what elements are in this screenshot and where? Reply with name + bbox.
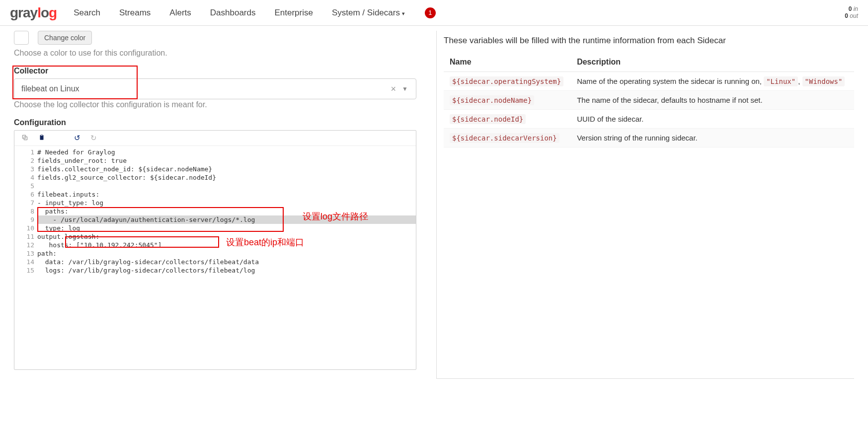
config-section: Configuration ↺ ↻ 123456789101112131415 xyxy=(14,118,416,370)
color-help: Choose a color to use for this configura… xyxy=(14,49,416,58)
throughput-out-lbl: out xyxy=(850,12,858,19)
var-desc-text: Name of the operating system the sidecar… xyxy=(577,77,764,85)
logo-l: l xyxy=(37,5,41,21)
nav-system[interactable]: System / Sidecars▾ xyxy=(332,8,405,18)
nav-enterprise[interactable]: Enterprise xyxy=(274,8,313,18)
clear-icon[interactable]: × xyxy=(388,84,399,94)
var-desc: The name of the sidecar, defaults to hos… xyxy=(571,91,854,110)
dropdown-icon[interactable]: ▼ xyxy=(399,85,411,92)
logo[interactable]: graylog xyxy=(10,5,57,21)
paste-icon[interactable] xyxy=(38,134,45,142)
var-col-name: Name xyxy=(444,53,571,72)
svg-rect-3 xyxy=(41,135,43,136)
color-section: Change color Choose a color to use for t… xyxy=(14,31,416,58)
var-desc: Version string of the running sidecar. xyxy=(571,129,854,147)
var-name: ${sidecar.nodeId} xyxy=(450,114,526,124)
nav-links: Search Streams Alerts Dashboards Enterpr… xyxy=(74,8,405,18)
var-desc: UUID of the sidecar. xyxy=(571,110,854,129)
var-name: ${sidecar.nodeName} xyxy=(450,95,534,105)
throughput-out-val: 0 xyxy=(845,12,848,19)
table-row: ${sidecar.operatingSystem} Name of the o… xyxy=(444,72,854,91)
var-desc-sep: , xyxy=(798,77,802,85)
logo-gray: gray xyxy=(10,5,37,21)
editor-gutter: 123456789101112131415 xyxy=(14,146,37,369)
logo-g: g xyxy=(49,5,57,21)
top-nav: graylog Search Streams Alerts Dashboards… xyxy=(0,0,868,26)
throughput-indicator: 0 in 0 out xyxy=(845,6,858,19)
editor-code[interactable]: 设置log文件路径 设置beat的ip和端口 # Needed for Gray… xyxy=(37,146,416,369)
var-desc: Name of the operating system the sidecar… xyxy=(571,72,854,91)
copy-icon[interactable] xyxy=(21,134,28,142)
nav-streams[interactable]: Streams xyxy=(119,8,151,18)
logo-o: o xyxy=(41,5,49,21)
nav-alerts[interactable]: Alerts xyxy=(169,8,191,18)
table-row: ${sidecar.nodeName} The name of the side… xyxy=(444,91,854,110)
editor-body[interactable]: 123456789101112131415 设置log文件路径 设置beat的i… xyxy=(14,146,416,369)
chevron-down-icon: ▾ xyxy=(402,10,405,16)
annotation-text-paths: 设置log文件路径 xyxy=(303,211,368,222)
table-row: ${sidecar.nodeId} UUID of the sidecar. xyxy=(444,110,854,129)
collector-select[interactable]: filebeat on Linux × ▼ xyxy=(14,78,416,99)
var-name: ${sidecar.operatingSystem} xyxy=(450,76,563,86)
throughput-in-lbl: in xyxy=(854,5,858,12)
change-color-button[interactable]: Change color xyxy=(38,31,92,45)
variables-intro: These variables will be filled with the … xyxy=(444,36,854,46)
color-swatch[interactable] xyxy=(14,31,29,45)
var-col-desc: Description xyxy=(571,53,854,72)
editor-toolbar: ↺ ↻ xyxy=(14,131,416,146)
nav-search[interactable]: Search xyxy=(74,8,100,18)
variables-table: Name Description ${sidecar.operatingSyst… xyxy=(444,53,854,147)
collector-help: Choose the log collector this configurat… xyxy=(14,100,416,109)
collector-value: filebeat on Linux xyxy=(21,84,79,93)
nav-dashboards[interactable]: Dashboards xyxy=(210,8,256,18)
redo-icon[interactable]: ↻ xyxy=(90,134,97,142)
notification-badge[interactable]: 1 xyxy=(425,7,436,18)
table-row: ${sidecar.sidecarVersion} Version string… xyxy=(444,129,854,147)
collector-title: Collector xyxy=(14,67,416,75)
nav-system-label: System / Sidecars xyxy=(332,8,400,17)
var-name: ${sidecar.sidecarVersion} xyxy=(450,133,559,143)
annotation-text-hosts: 设置beat的ip和端口 xyxy=(226,236,304,248)
var-desc-code1: "Linux" xyxy=(764,76,798,86)
config-title: Configuration xyxy=(14,118,416,127)
throughput-in-val: 0 xyxy=(849,5,852,12)
config-editor: ↺ ↻ 123456789101112131415 设置log文件路径 设置be… xyxy=(14,130,416,370)
collector-section: Collector filebeat on Linux × ▼ Choose t… xyxy=(14,67,416,109)
undo-icon[interactable]: ↺ xyxy=(74,134,80,142)
variables-panel: These variables will be filled with the … xyxy=(436,31,854,379)
var-desc-code2: "Windows" xyxy=(802,76,845,86)
